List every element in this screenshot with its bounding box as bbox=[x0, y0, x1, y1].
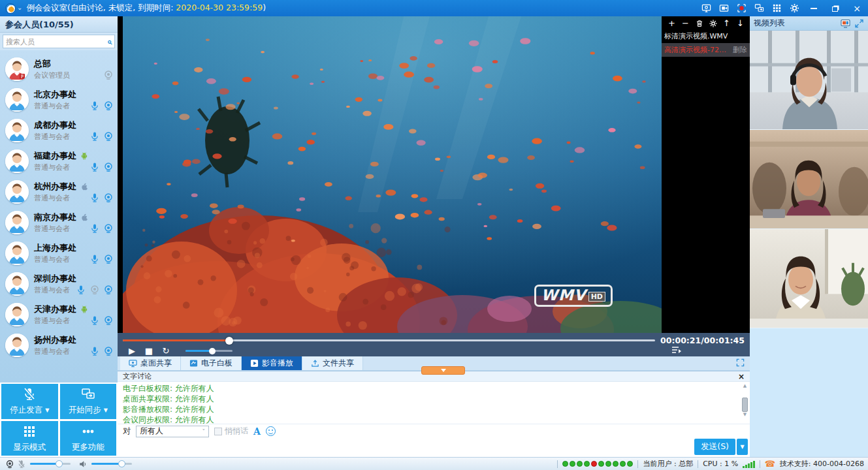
playlist-trash-icon[interactable] bbox=[695, 19, 703, 27]
playlist-remove-icon[interactable]: − bbox=[681, 19, 690, 27]
microphone-icon[interactable] bbox=[89, 193, 100, 203]
send-options-caret[interactable]: ▼ bbox=[737, 439, 748, 455]
webcam-icon[interactable] bbox=[103, 101, 114, 111]
participant-row[interactable]: 总部 会议管理员 bbox=[0, 54, 118, 84]
participant-row[interactable]: 深圳办事处 普通与会者 bbox=[0, 268, 118, 299]
microphone-icon[interactable] bbox=[89, 223, 100, 234]
status-speaker-icon[interactable] bbox=[77, 459, 89, 469]
expand-panel-icon[interactable] bbox=[736, 358, 745, 369]
progress-bar[interactable] bbox=[123, 339, 655, 341]
webcam-icon[interactable] bbox=[103, 315, 114, 326]
scroll-down-icon[interactable]: ▼ bbox=[741, 412, 748, 417]
settings-gear-icon[interactable] bbox=[788, 3, 801, 14]
video-display-icon[interactable] bbox=[841, 19, 850, 28]
speaker-slider-thumb[interactable] bbox=[118, 460, 125, 467]
video-thumbnail-office-woman[interactable] bbox=[750, 229, 868, 328]
meeting-app-window: ⌄ 例会会议室(自由讨论, 未锁定, 到期时间: 2020-04-30 23:5… bbox=[0, 0, 868, 470]
microphone-icon[interactable] bbox=[89, 346, 100, 356]
chat-close-icon[interactable]: × bbox=[738, 373, 745, 380]
close-button[interactable]: × bbox=[848, 2, 865, 15]
participant-row[interactable]: 成都办事处 普通与会者 bbox=[0, 115, 118, 146]
scroll-up-icon[interactable]: ▲ bbox=[741, 383, 748, 388]
participant-row[interactable]: 上海办事处 普通与会者 bbox=[0, 238, 118, 268]
stop-button[interactable]: ■ bbox=[142, 346, 155, 356]
webcam-icon[interactable] bbox=[103, 193, 114, 203]
participant-row[interactable]: 北京办事处 普通与会者 bbox=[0, 84, 118, 115]
chat-collapse-handle[interactable] bbox=[421, 366, 465, 375]
webcam-icon[interactable] bbox=[103, 131, 114, 142]
microphone-icon[interactable] bbox=[89, 162, 100, 172]
participant-row[interactable]: 福建办事处 普通与会者 bbox=[0, 146, 118, 176]
participant-row[interactable]: 南京办事处 普通与会者 bbox=[0, 207, 118, 238]
emoji-icon[interactable] bbox=[266, 426, 276, 436]
mic-slider-thumb[interactable] bbox=[56, 460, 63, 467]
current-user-label: 当前用户 : 总部 bbox=[643, 459, 693, 469]
expand-video-panel-icon[interactable] bbox=[854, 19, 864, 28]
record-icon[interactable] bbox=[735, 3, 748, 14]
maximize-button[interactable] bbox=[827, 2, 844, 15]
tab-media-playback[interactable]: 影音播放 bbox=[242, 356, 302, 370]
microphone-icon[interactable] bbox=[76, 285, 86, 295]
video-thumbnail-meeting-room-woman[interactable] bbox=[750, 130, 868, 229]
playlist-add-icon[interactable]: + bbox=[667, 19, 676, 27]
video-window-icon[interactable] bbox=[717, 3, 730, 14]
display-mode-grid-icon[interactable] bbox=[770, 3, 783, 14]
search-icon[interactable]: ⌕ bbox=[107, 37, 112, 47]
webcam-icon-inactive[interactable] bbox=[103, 70, 114, 80]
whisper-checkbox[interactable]: 悄悄话 bbox=[214, 426, 248, 437]
start-sync-button[interactable]: 开始同步▼ bbox=[60, 384, 117, 419]
playlist-item[interactable]: 标清演示视频.WMV bbox=[662, 29, 750, 43]
mic-volume-slider[interactable] bbox=[30, 463, 71, 465]
playlist-move-up-icon[interactable]: ↑ bbox=[722, 19, 731, 27]
video-thumbnail-headset-woman[interactable] bbox=[750, 31, 868, 130]
webcam-icon-inactive[interactable] bbox=[89, 285, 100, 295]
checkbox-icon[interactable] bbox=[214, 428, 222, 435]
webcam-icon[interactable] bbox=[103, 223, 114, 234]
stop-speaking-button[interactable]: 停止发言▼ bbox=[1, 384, 58, 419]
speaker-volume-slider[interactable] bbox=[91, 463, 132, 465]
progress-thumb[interactable] bbox=[225, 337, 233, 345]
playlist-delete-link[interactable]: 删除 bbox=[733, 45, 747, 55]
tab-desktop-share[interactable]: 桌面共享 bbox=[120, 356, 181, 370]
microphone-icon[interactable] bbox=[89, 101, 100, 111]
search-input[interactable] bbox=[6, 38, 107, 46]
participant-row[interactable]: 天津办事处 普通与会者 bbox=[0, 299, 118, 330]
participant-row[interactable]: 杭州办事处 普通与会者 bbox=[0, 176, 118, 207]
microphone-icon[interactable] bbox=[89, 254, 100, 264]
playlist-item-selected[interactable]: 高清演示视频-720P.wmv 删除 bbox=[662, 43, 750, 57]
webcam-icon[interactable] bbox=[103, 285, 114, 295]
chat-scrollbar[interactable]: ▲ ▼ bbox=[741, 383, 748, 422]
recipient-select[interactable]: 所有人 ˅ bbox=[136, 426, 209, 437]
webcam-icon[interactable] bbox=[103, 162, 114, 172]
replay-button[interactable]: ↻ bbox=[159, 346, 172, 356]
network-sync-icon[interactable] bbox=[752, 3, 765, 14]
status-mic-muted-icon[interactable] bbox=[16, 459, 27, 469]
webcam-icon[interactable] bbox=[103, 346, 114, 356]
microphone-icon[interactable] bbox=[89, 131, 100, 142]
minimize-button[interactable] bbox=[805, 2, 822, 15]
playlist-toggle-icon[interactable] bbox=[671, 345, 682, 356]
android-icon bbox=[80, 151, 89, 161]
screen-share-icon[interactable] bbox=[699, 3, 713, 14]
volume-slider[interactable] bbox=[185, 350, 233, 352]
participant-row[interactable]: 扬州办事处 普通与会者 bbox=[0, 330, 118, 360]
volume-thumb[interactable] bbox=[209, 348, 216, 354]
display-mode-button[interactable]: 显示模式 bbox=[1, 421, 58, 456]
app-menu-caret-icon[interactable]: ⌄ bbox=[17, 4, 22, 11]
more-features-button[interactable]: 更多功能 bbox=[60, 421, 117, 456]
message-input-area[interactable]: 发送(S) ▼ bbox=[118, 438, 750, 457]
statusbar-speaker-fill bbox=[91, 463, 122, 465]
tab-file-share[interactable]: 文件共享 bbox=[302, 356, 363, 370]
microphone-icon[interactable] bbox=[89, 315, 100, 326]
send-button[interactable]: 发送(S) bbox=[694, 439, 735, 455]
webcam-icon[interactable] bbox=[103, 254, 114, 264]
tab-whiteboard[interactable]: 电子白板 bbox=[181, 356, 242, 370]
playlist-move-down-icon[interactable]: ↓ bbox=[736, 19, 745, 27]
app-logo-icon[interactable] bbox=[5, 3, 16, 14]
play-button[interactable]: ▶ bbox=[125, 346, 138, 356]
playing-video-coral-reef[interactable]: WMVHD bbox=[123, 16, 662, 333]
font-style-icon[interactable]: A bbox=[253, 426, 261, 437]
playlist-settings-icon[interactable] bbox=[709, 19, 717, 27]
scroll-thumb[interactable] bbox=[742, 398, 748, 412]
status-webcam-icon[interactable] bbox=[4, 459, 16, 469]
